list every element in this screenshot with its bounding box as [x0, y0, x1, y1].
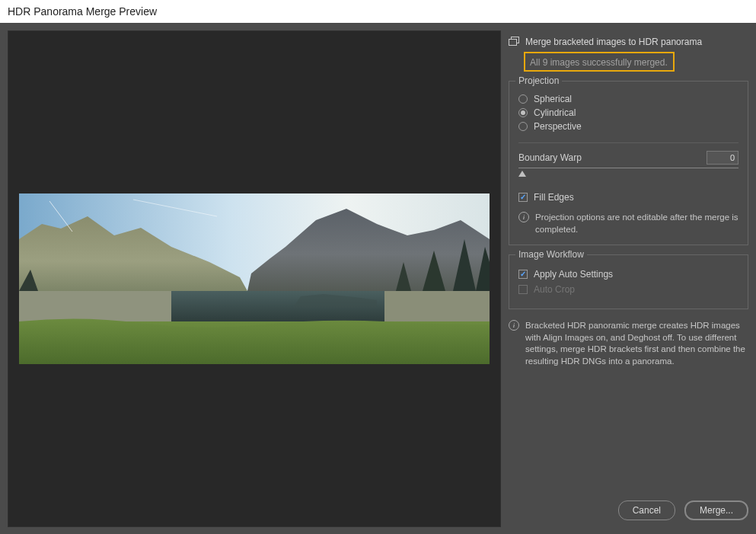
boundary-warp-slider[interactable]: [518, 168, 738, 178]
projection-spherical-option[interactable]: Spherical: [518, 94, 738, 104]
fill-edges-option[interactable]: Fill Edges: [518, 192, 738, 203]
merge-button[interactable]: Merge...: [684, 500, 748, 520]
panorama-preview-image: [19, 193, 490, 364]
radio-label: Spherical: [534, 94, 572, 104]
main-content: Merge bracketed images to HDR panorama A…: [0, 23, 756, 534]
boundary-warp-row: Boundary Warp: [518, 151, 738, 165]
merge-status-highlight: All 9 images successfully merged.: [524, 52, 675, 72]
help-text: Bracketed HDR panoramic merge creates HD…: [525, 320, 748, 367]
info-icon: i: [509, 320, 519, 331]
projection-fieldset: Projection Spherical Cylindrical Perspec…: [509, 81, 748, 245]
settings-panel: Merge bracketed images to HDR panorama A…: [509, 30, 748, 526]
radio-label: Cylindrical: [534, 107, 576, 118]
images-icon: [509, 37, 521, 47]
projection-note-text: Projection options are not editable afte…: [535, 212, 738, 235]
help-row: i Bracketed HDR panoramic merge creates …: [509, 320, 748, 367]
slider-thumb-icon[interactable]: [518, 171, 526, 177]
cancel-button[interactable]: Cancel: [618, 500, 675, 520]
radio-icon: [518, 122, 528, 131]
radio-icon: [518, 94, 528, 104]
apply-auto-settings-option[interactable]: Apply Auto Settings: [518, 269, 738, 280]
apply-auto-settings-label: Apply Auto Settings: [534, 269, 613, 280]
dialog-footer: Cancel Merge...: [509, 500, 748, 526]
merge-header: Merge bracketed images to HDR panorama: [509, 37, 748, 47]
merge-status-text: All 9 images successfully merged.: [530, 57, 668, 68]
boundary-warp-label: Boundary Warp: [518, 152, 582, 163]
divider: [518, 142, 738, 143]
boundary-warp-input[interactable]: [707, 151, 738, 165]
radio-icon: [518, 108, 528, 117]
checkbox-icon: [518, 285, 528, 294]
auto-crop-label: Auto Crop: [534, 284, 575, 295]
projection-note-row: i Projection options are not editable af…: [518, 212, 738, 235]
window-title: HDR Panorama Merge Preview: [8, 5, 157, 18]
projection-legend: Projection: [515, 75, 562, 86]
titlebar: HDR Panorama Merge Preview: [0, 0, 756, 23]
checkbox-icon: [518, 193, 528, 202]
radio-label: Perspective: [534, 121, 582, 132]
info-icon: i: [518, 212, 529, 222]
checkbox-icon: [518, 270, 528, 279]
merge-header-label: Merge bracketed images to HDR panorama: [525, 37, 702, 47]
auto-crop-option: Auto Crop: [518, 284, 738, 295]
workflow-fieldset: Image Workflow Apply Auto Settings Auto …: [509, 254, 748, 309]
preview-pane: [8, 30, 501, 527]
fill-edges-label: Fill Edges: [534, 192, 574, 203]
projection-cylindrical-option[interactable]: Cylindrical: [518, 107, 738, 118]
projection-perspective-option[interactable]: Perspective: [518, 121, 738, 132]
workflow-legend: Image Workflow: [515, 249, 587, 260]
